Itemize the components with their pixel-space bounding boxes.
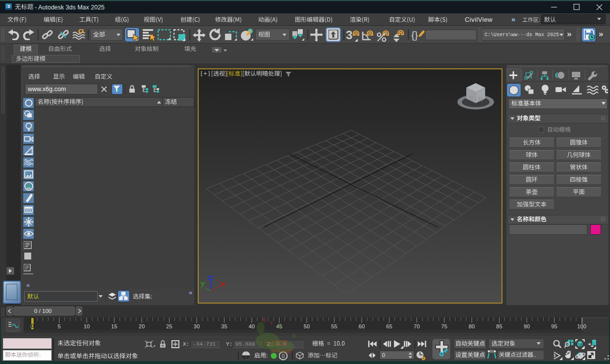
svg-text:{}: {} [411, 30, 418, 41]
svg-text:3: 3 [346, 29, 352, 42]
svg-text:3: 3 [7, 4, 10, 9]
